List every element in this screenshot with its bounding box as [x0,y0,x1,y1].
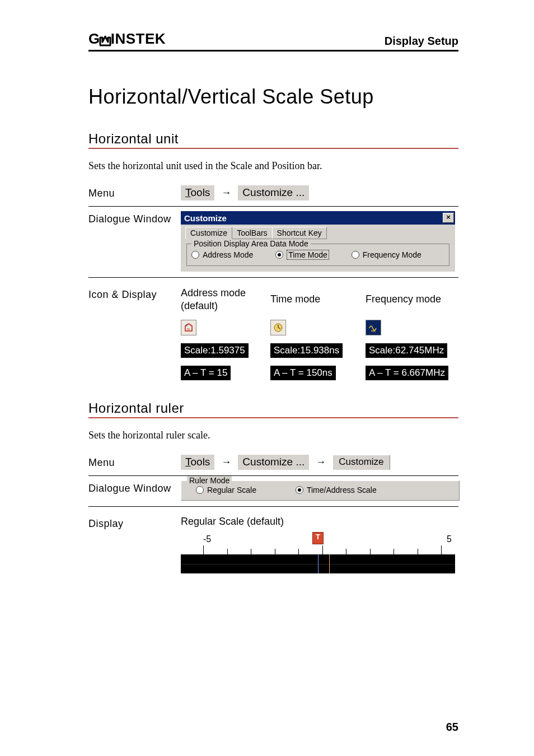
tab-customize[interactable]: Customize [185,227,232,239]
svg-text:Hz: Hz [371,329,376,333]
at-value-frequency: A – T = 6.667MHz [366,366,448,380]
radio-frequency-mode[interactable]: Frequency Mode [352,250,421,259]
arrow-icon: → [316,456,326,468]
groupbox-title: Position Display Area Data Mode [191,239,311,248]
label-dialogue-window: Dialogue Window [88,211,181,225]
scale-value-frequency: Scale:62.745MHz [366,343,447,358]
label-icon-display: Icon & Display [88,287,181,301]
row-hunit-dialogue: Dialogue Window Customize × Customize To… [88,207,458,278]
page-number: 65 [446,721,458,734]
label-display: Display [88,516,181,530]
heading-horizontal-ruler: Horizontal ruler [88,400,458,418]
brand-logo: G INSTEK [88,30,166,48]
scale-value-address: Scale:1.59375 [181,343,249,358]
radio-icon [196,486,204,494]
customize-dialog: Customize × Customize ToolBars Shortcut … [181,211,455,272]
dialog-tabs: Customize ToolBars Shortcut Key [185,227,451,239]
label-dialogue-window: Dialogue Window [88,480,181,494]
row-hruler-display: Display Regular Scale (default) -5 T 5 [88,507,458,579]
groupbox-position-mode: Position Display Area Data Mode Address … [186,244,449,266]
radio-icon [275,251,283,259]
page-title: Horizontal/Vertical Scale Setup [88,85,458,109]
label-menu: Menu [88,455,181,469]
row-hunit-menu: Menu Tools → Customize ... [88,181,458,207]
heading-horizontal-unit: Horizontal unit [88,131,458,149]
radio-time-address-scale[interactable]: Time/Address Scale [296,486,377,494]
ruler-left-value: -5 [203,534,211,544]
intro-horizontal-unit: Sets the horizontal unit used in the Sca… [88,160,458,172]
col-address-mode: Address mode (default) [181,287,270,312]
close-icon[interactable]: × [443,213,454,223]
time-mode-icon [270,320,286,335]
svg-text:N: N [187,327,190,332]
tab-shortcut-key[interactable]: Shortcut Key [272,227,327,239]
ruler-right-value: 5 [447,534,452,544]
scale-value-time: Scale:15.938ns [270,343,343,358]
menu-path-hunit: Tools → Customize ... [181,185,458,200]
menu-tab-customize[interactable]: Customize [332,455,390,470]
brand-glyph-icon [99,33,111,45]
radio-icon [352,251,359,259]
menu-item-customize[interactable]: Customize ... [238,455,309,470]
ruler-ticks [181,544,455,554]
brand-text: INSTEK [111,30,166,48]
row-hruler-menu: Menu Tools → Customize ... → Customize [88,450,458,476]
menu-item-tools[interactable]: Tools [181,455,214,470]
col-frequency-mode: Frequency mode [366,293,461,306]
col-time-mode: Time mode [270,293,366,306]
trigger-marker-icon: T [312,532,324,544]
tab-toolbars[interactable]: ToolBars [232,227,272,239]
ruler-preview: -5 T 5 [181,533,455,573]
groupbox-title: Ruler Mode [187,476,232,485]
radio-icon [296,486,303,494]
radio-address-mode[interactable]: Address Mode [191,250,253,259]
intro-horizontal-ruler: Sets the horizontal ruler scale. [88,430,458,441]
radio-regular-scale[interactable]: Regular Scale [196,486,256,494]
row-hunit-icon-display: Icon & Display Address mode (default) Ti… [88,278,458,386]
radio-time-mode[interactable]: Time Mode [275,250,329,260]
arrow-icon: → [221,456,231,468]
section-title: Display Setup [385,35,458,48]
dialog-titlebar: Customize × [181,211,455,225]
menu-path-hruler: Tools → Customize ... → Customize [181,455,458,470]
label-menu: Menu [88,185,181,199]
ruler-waveform-area [181,554,455,573]
display-mode-text: Regular Scale (default) [181,516,458,528]
radio-icon [191,251,199,259]
at-value-address: A – T = 15 [181,366,231,380]
brand-g: G [88,30,100,48]
ruler-mode-groupbox: Ruler Mode Regular Scale Time/Address Sc… [181,480,460,501]
row-hruler-dialogue: Dialogue Window Ruler Mode Regular Scale… [88,476,458,507]
menu-item-tools[interactable]: Tools [181,185,214,200]
dialog-title-text: Customize [184,213,227,223]
page-header: G INSTEK Display Setup [88,30,458,52]
address-mode-icon: NP [181,320,196,335]
arrow-icon: → [221,187,231,199]
at-value-time: A – T = 150ns [270,366,336,380]
frequency-mode-icon: Hz [366,320,381,335]
menu-item-customize[interactable]: Customize ... [238,185,309,200]
